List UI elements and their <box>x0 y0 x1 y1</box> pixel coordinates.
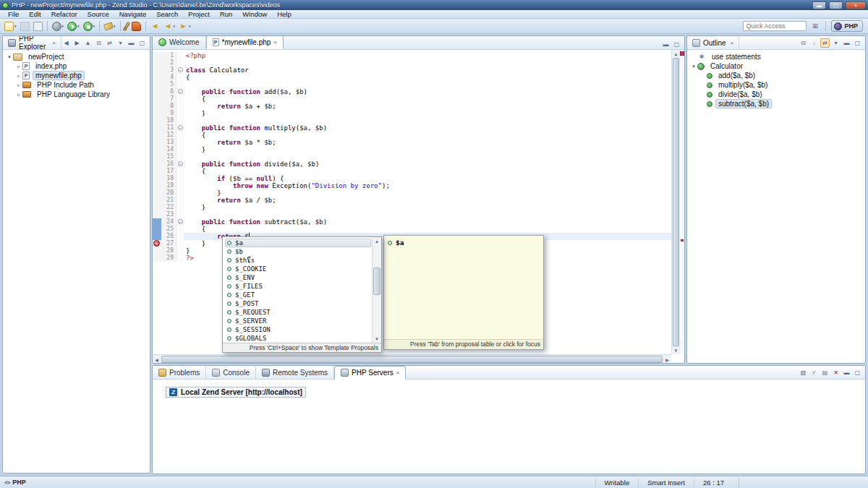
bottom-new-server-icon[interactable]: ▧ <box>799 368 808 377</box>
assist-item-env[interactable]: $_ENV <box>225 273 371 282</box>
collapse-fold-icon[interactable]: − <box>178 67 183 72</box>
bottom-tab-problems[interactable]: Problems <box>153 366 206 380</box>
close-icon[interactable]: × <box>273 39 277 46</box>
outline-item-multiply-a-b[interactable]: multiply($a, $b) <box>687 80 865 90</box>
code-line-10[interactable]: 10 <box>153 117 671 124</box>
vertical-scroll-thumb[interactable] <box>673 58 679 346</box>
bottom-confirm-icon[interactable]: ✓ <box>809 368 819 377</box>
fold-ruler[interactable]: − <box>176 218 184 226</box>
profile-button[interactable]: ▾ <box>82 20 97 33</box>
explorer-item-newproject[interactable]: ▾newProject <box>3 52 150 61</box>
code-line-17[interactable]: 17 { <box>153 168 671 175</box>
dropdown-arrow-icon[interactable]: ▾ <box>174 24 176 28</box>
explorer-item-php-include-path[interactable]: ▹PHP Include Path <box>3 80 150 90</box>
assist-item-b[interactable]: $b <box>225 247 371 256</box>
proposal-info-popup[interactable]: $a Press 'Tab' from proposal table or cl… <box>383 235 544 350</box>
code-line-18[interactable]: 18 if ($b == null) { <box>153 175 671 182</box>
explorer-link-with-editor-icon[interactable]: ⇄ <box>105 38 114 48</box>
bottom-minimize-icon[interactable]: ▬ <box>842 368 851 377</box>
fold-ruler[interactable]: − <box>176 160 184 168</box>
code-line-5[interactable]: 5 <box>153 81 671 88</box>
bottom-tab-php-servers[interactable]: PHP Servers× <box>334 366 406 380</box>
menu-source[interactable]: Source <box>82 10 114 18</box>
menu-refactor[interactable]: Refactor <box>46 10 82 18</box>
code-line-9[interactable]: 9 } <box>153 110 671 117</box>
code-line-8[interactable]: 8 return $a + $b; <box>153 103 671 110</box>
dropdown-arrow-icon[interactable]: ▾ <box>114 24 116 28</box>
php-perspective-button[interactable]: PHP <box>831 20 863 32</box>
code-line-11[interactable]: 11− public function multiply($a, $b) <box>153 124 671 132</box>
explorer-maximize-icon[interactable]: ▢ <box>137 38 147 48</box>
titlebar[interactable]: PHP - newProject/mynewfile.php - Zend St… <box>0 0 868 10</box>
code-line-7[interactable]: 7 { <box>153 95 671 103</box>
code-line-6[interactable]: 6− public function add($a, $b) <box>153 88 671 95</box>
assist-item-session[interactable]: $_SESSION <box>225 325 371 334</box>
menu-file[interactable]: File <box>3 10 24 18</box>
close-icon[interactable]: × <box>396 369 400 376</box>
code-line-16[interactable]: 16− public function divide($a, $b) <box>153 160 671 168</box>
outline-view-menu-icon[interactable]: ▾ <box>831 38 841 48</box>
assist-item-a[interactable]: $a <box>225 239 371 247</box>
outline-collapse-all-icon[interactable]: ⊟ <box>799 38 808 48</box>
overview-ruler[interactable] <box>680 50 684 354</box>
editor-tab-mynewfile-php[interactable]: P*mynewfile.php× <box>206 35 284 49</box>
code-line-3[interactable]: 3−class Calculator <box>153 67 671 74</box>
horizontal-scroll-thumb[interactable] <box>161 356 663 363</box>
scroll-right-icon[interactable]: ▶ <box>663 355 671 364</box>
debug-button[interactable]: ▾ <box>51 20 66 33</box>
palette-button[interactable] <box>130 20 142 33</box>
collapse-fold-icon[interactable]: − <box>178 161 183 166</box>
search-button[interactable]: ▾ <box>103 20 117 33</box>
expander-icon[interactable]: ▹ <box>15 73 22 79</box>
bottom-details-table-icon[interactable]: ▤ <box>820 368 830 377</box>
code-line-15[interactable]: 15 <box>153 153 671 160</box>
print-button[interactable] <box>32 20 44 33</box>
explorer-item-php-language-library[interactable]: ▹PHP Language Library <box>3 90 150 99</box>
code-line-22[interactable]: 22 } <box>153 204 671 211</box>
back-button[interactable]: ◀ <box>149 20 161 33</box>
window-restore-button[interactable]: ▢ <box>829 1 843 9</box>
explorer-up-icon[interactable]: ▲ <box>83 38 93 48</box>
php-explorer-tab[interactable]: PHP Explorer × <box>3 36 61 49</box>
close-icon[interactable]: × <box>731 40 734 46</box>
outline-maximize-icon[interactable]: ▢ <box>853 38 862 48</box>
editor-maximize-icon[interactable]: ▢ <box>672 40 681 49</box>
fold-ruler[interactable]: − <box>176 88 184 95</box>
new-wizard-button[interactable]: ▾ <box>3 20 18 33</box>
outline-item-add-a-b[interactable]: add($a, $b) <box>687 71 865 80</box>
menu-help[interactable]: Help <box>272 10 297 18</box>
explorer-forward-icon[interactable]: ▶ <box>72 38 82 48</box>
menu-window[interactable]: Window <box>237 10 272 18</box>
code-line-19[interactable]: 19 throw new Exception("Division by zero… <box>153 182 671 189</box>
editor-vertical-scrollbar[interactable]: ▲ ▼ <box>671 50 680 354</box>
bottom-maximize-icon[interactable]: ▢ <box>853 368 862 377</box>
scroll-up-icon[interactable]: ▲ <box>373 237 381 245</box>
window-minimize-button[interactable]: ▬ <box>812 1 826 9</box>
outline-item-calculator[interactable]: ▾Calculator <box>687 61 865 71</box>
dropdown-arrow-icon[interactable]: ▾ <box>62 24 64 28</box>
dropdown-arrow-icon[interactable]: ▾ <box>189 24 191 28</box>
save-button[interactable] <box>19 20 31 33</box>
expander-icon[interactable]: ▹ <box>15 82 22 88</box>
menu-edit[interactable]: Edit <box>24 10 46 18</box>
outline-link-with-editor-icon[interactable]: ⇄ <box>820 38 830 48</box>
run-button[interactable]: ▾ <box>66 20 81 33</box>
code-line-12[interactable]: 12 { <box>153 132 671 139</box>
collapse-fold-icon[interactable]: − <box>178 125 183 130</box>
menu-run[interactable]: Run <box>215 10 237 18</box>
explorer-view-menu-icon[interactable]: ▾ <box>116 38 125 48</box>
expander-icon[interactable]: ▾ <box>6 54 13 60</box>
scroll-down-icon[interactable]: ▼ <box>373 335 381 343</box>
bottom-delete-icon[interactable]: ✕ <box>831 368 841 377</box>
scroll-left-icon[interactable]: ◀ <box>153 355 161 364</box>
expander-icon[interactable]: ▹ <box>15 92 22 98</box>
code-line-4[interactable]: 4{ <box>153 74 671 81</box>
explorer-item-index-php[interactable]: ▹Pindex.php <box>3 61 150 71</box>
bottom-tab-console[interactable]: Console <box>206 366 256 380</box>
assist-scroll-thumb[interactable] <box>373 267 380 295</box>
server-list-item[interactable]: Z Local Zend Server [http://localhost] <box>166 387 306 398</box>
explorer-back-icon[interactable]: ◀ <box>61 38 71 48</box>
quick-access-input[interactable] <box>743 21 807 31</box>
outline-item-subtract-a-b[interactable]: subtract($a, $b) <box>687 99 865 108</box>
outline-sort-icon[interactable]: ↓ <box>809 38 819 48</box>
